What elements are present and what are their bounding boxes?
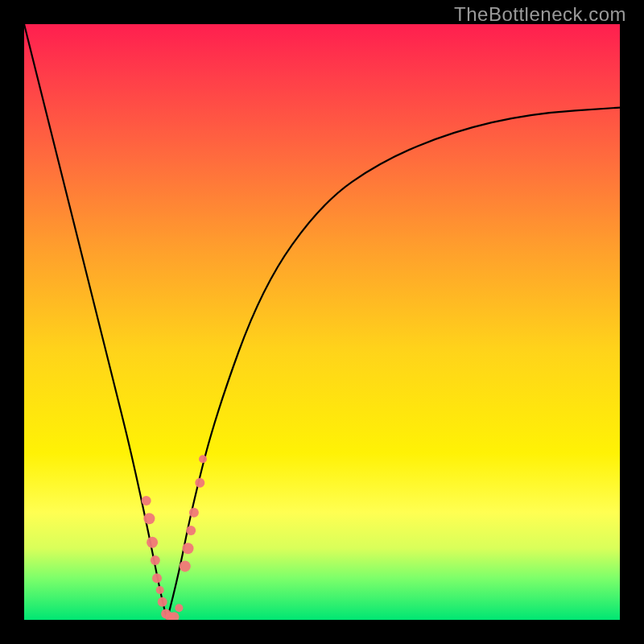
- data-point: [195, 478, 204, 488]
- data-point: [151, 555, 160, 565]
- data-point: [147, 537, 158, 548]
- data-point: [199, 455, 207, 463]
- data-point: [156, 586, 164, 594]
- data-point: [183, 543, 194, 554]
- data-point: [175, 604, 183, 612]
- data-point: [142, 496, 151, 506]
- points-group: [142, 455, 207, 620]
- watermark-text: TheBottleneck.com: [454, 3, 626, 26]
- data-point: [152, 573, 162, 583]
- points-layer: [24, 24, 620, 620]
- data-point: [158, 597, 167, 607]
- data-point: [189, 508, 199, 518]
- data-point: [180, 560, 191, 572]
- data-point: [143, 513, 155, 524]
- plot-area: [24, 24, 620, 620]
- chart-frame: TheBottleneck.com: [0, 0, 644, 644]
- data-point: [186, 526, 196, 535]
